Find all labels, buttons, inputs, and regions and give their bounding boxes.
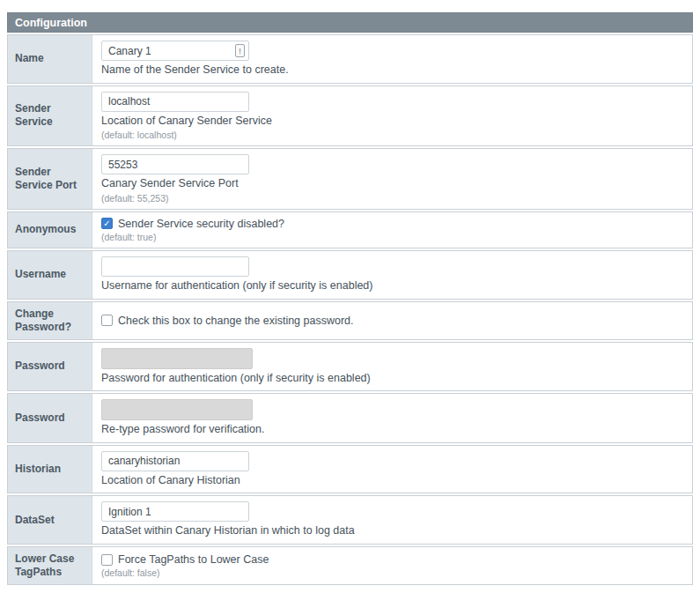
historian-help-text: Location of Canary Historian [101,474,683,488]
row-content-historian: Location of Canary Historian [92,446,692,493]
row-label-sender-service: Sender Service [8,86,92,146]
lower-case-tagpaths-default-note: (default: false) [101,567,683,578]
password-input-wrap [101,348,249,369]
anonymous-checkbox-label: Sender Service security disabled? [118,218,284,230]
config-row-change-password: Change Password?Check this box to change… [7,301,693,340]
row-content-anonymous: ✓Sender Service security disabled?(defau… [92,212,692,248]
config-rows-container: Name!Name of the Sender Service to creat… [7,34,693,585]
row-content-sender-service: Location of Canary Sender Service(defaul… [92,86,692,146]
name-input-wrap: ! [101,41,249,61]
name-help-text: Name of the Sender Service to create. [101,63,683,78]
change-password-checkbox[interactable] [101,315,113,326]
row-label-name: Name [8,35,92,83]
dataset-input[interactable] [101,501,249,522]
row-label-historian: Historian [8,446,92,493]
config-row-password-2: PasswordRe-type password for verificatio… [7,393,693,443]
panel-header-title: Configuration [7,12,693,33]
sender-service-port-input-wrap [101,154,249,174]
historian-input[interactable] [101,451,249,471]
config-row-name: Name!Name of the Sender Service to creat… [7,34,693,84]
historian-input-wrap [101,451,249,471]
password-2-input-wrap [101,399,249,420]
row-content-dataset: DataSet within Canary Historian in which… [92,496,692,544]
row-content-username: Username for authentication (only if sec… [92,251,692,299]
row-label-anonymous: Anonymous [8,212,92,248]
name-input[interactable] [101,41,249,61]
password-help-text: Password for authentication (only if sec… [101,372,683,386]
username-input[interactable] [101,256,249,277]
anonymous-default-note: (default: true) [101,232,683,242]
config-row-dataset: DataSetDataSet within Canary Historian i… [7,495,693,545]
sender-service-port-input[interactable] [101,154,249,174]
sender-service-port-default-note: (default: 55,253) [101,193,683,204]
config-row-sender-service-port: Sender Service PortCanary Sender Service… [7,148,693,210]
config-row-anonymous: Anonymous✓Sender Service security disabl… [7,211,693,248]
sender-service-help-text: Location of Canary Sender Service [101,115,683,129]
row-content-password: Password for authentication (only if sec… [92,343,692,391]
anonymous-checkbox-line: ✓Sender Service security disabled? [101,218,683,230]
config-row-password: PasswordPassword for authentication (onl… [7,342,693,392]
username-help-text: Username for authentication (only if sec… [101,279,683,293]
row-content-change-password: Check this box to change the existing pa… [92,302,692,339]
config-row-historian: HistorianLocation of Canary Historian [7,445,693,494]
row-label-password: Password [8,343,92,391]
lower-case-tagpaths-checkbox-line: Force TagPaths to Lower Case [101,553,683,566]
username-input-wrap [101,256,249,277]
lower-case-tagpaths-checkbox-label: Force TagPaths to Lower Case [118,553,269,566]
input-alert-icon: ! [235,44,245,57]
config-row-sender-service: Sender ServiceLocation of Canary Sender … [7,85,693,147]
row-label-change-password: Change Password? [8,302,92,339]
sender-service-input-wrap [101,92,249,112]
config-row-lower-case-tagpaths: Lower Case TagPathsForce TagPaths to Low… [7,546,693,585]
sender-service-default-note: (default: localhost) [101,130,683,140]
password-input [101,348,253,369]
config-row-username: UsernameUsername for authentication (onl… [7,250,693,300]
configuration-panel: Configuration Name!Name of the Sender Se… [7,12,693,585]
row-label-sender-service-port: Sender Service Port [8,149,92,209]
sender-service-port-help-text: Canary Sender Service Port [101,177,683,191]
row-content-name: !Name of the Sender Service to create. [92,35,692,83]
row-content-sender-service-port: Canary Sender Service Port(default: 55,2… [92,149,692,209]
dataset-input-wrap [101,501,249,522]
row-label-lower-case-tagpaths: Lower Case TagPaths [8,547,92,584]
row-label-username: Username [8,251,92,299]
row-label-dataset: DataSet [8,496,92,544]
change-password-checkbox-label: Check this box to change the existing pa… [118,315,354,327]
lower-case-tagpaths-checkbox[interactable] [101,554,113,566]
sender-service-input[interactable] [101,92,249,112]
password-2-input [101,399,253,420]
row-content-lower-case-tagpaths: Force TagPaths to Lower Case(default: fa… [92,547,692,584]
anonymous-checkbox[interactable]: ✓ [101,218,113,229]
password-2-help-text: Re-type password for verification. [101,423,683,437]
dataset-help-text: DataSet within Canary Historian in which… [101,524,683,538]
row-content-password-2: Re-type password for verification. [92,394,692,442]
row-label-password-2: Password [8,394,92,442]
change-password-checkbox-line: Check this box to change the existing pa… [101,315,683,327]
